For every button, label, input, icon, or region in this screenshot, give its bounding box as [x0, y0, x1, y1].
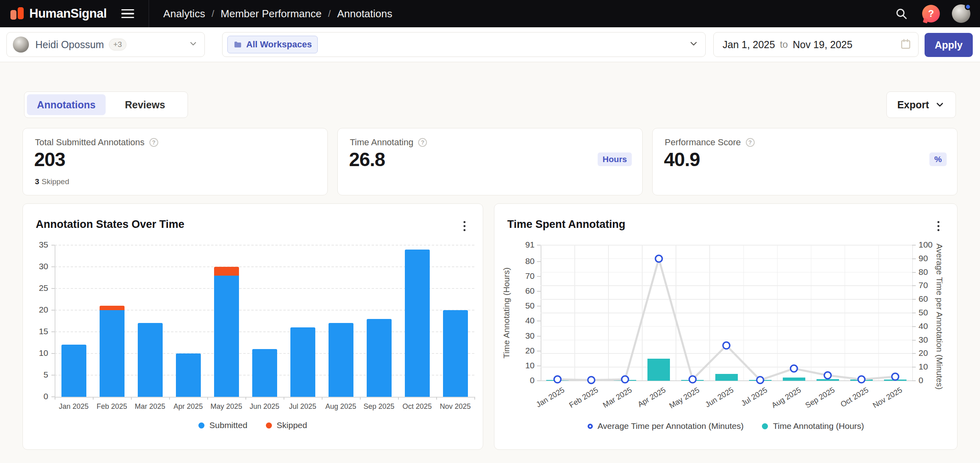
- help-button[interactable]: ?: [922, 5, 940, 22]
- x-axis-category-label: May 2025: [207, 402, 245, 411]
- x-axis-category-label: Apr 2025: [169, 402, 207, 411]
- workspace-chip[interactable]: All Workspaces: [227, 36, 318, 53]
- left-axis-tick: [537, 351, 541, 351]
- legend-dot-icon: [198, 422, 204, 428]
- metric-card-time-annotating: Time Annotating ? 26.8 Hours: [337, 128, 643, 195]
- left-axis-tick-label: 50: [510, 301, 535, 311]
- metric-label: Total Submitted Annotations: [35, 137, 145, 148]
- legend-label: Time Annotating (Hours): [773, 421, 864, 431]
- legend-item-skipped[interactable]: Skipped: [266, 420, 307, 430]
- line-marker: [757, 377, 764, 384]
- online-status-badge: [965, 4, 971, 10]
- breadcrumb-member-performance[interactable]: Member Performance: [220, 8, 321, 20]
- metric-value: 26.8: [349, 148, 385, 171]
- metric-footer: 3Skipped: [35, 177, 69, 186]
- left-axis-tick: [537, 336, 541, 337]
- y-axis-line: [55, 245, 55, 397]
- x-axis-category-label: Aug 2025: [322, 402, 360, 411]
- help-circle-icon[interactable]: ?: [149, 138, 158, 147]
- y-axis-tick: [51, 266, 55, 267]
- export-button[interactable]: Export: [886, 91, 956, 118]
- y-axis-tick-label: 25: [28, 283, 48, 293]
- chart-menu-button[interactable]: [457, 219, 471, 233]
- left-axis-tick-label: 60: [510, 286, 535, 296]
- line-marker: [689, 376, 696, 383]
- right-axis-tick: [912, 299, 916, 300]
- help-circle-icon[interactable]: ?: [418, 138, 427, 147]
- chart-title: Annotation States Over Time: [36, 218, 184, 231]
- bar-submitted: [252, 349, 277, 397]
- skipped-label: Skipped: [42, 177, 69, 186]
- date-separator: to: [780, 39, 788, 50]
- metric-value: 203: [34, 148, 65, 171]
- x-axis-category-label: Mar 2025: [131, 402, 169, 411]
- bar-submitted: [61, 345, 86, 397]
- brand-home-link[interactable]: HumanSignal: [10, 6, 107, 21]
- bar-skipped: [100, 306, 125, 310]
- tab-reviews[interactable]: Reviews: [106, 94, 184, 115]
- line-marker: [622, 376, 629, 383]
- bar-submitted: [290, 327, 315, 397]
- search-button[interactable]: [895, 7, 908, 20]
- x-axis-tick: [131, 397, 132, 400]
- user-menu-button[interactable]: [952, 4, 970, 23]
- y-axis-tick-label: 10: [28, 348, 48, 358]
- chart-legend: SubmittedSkipped: [23, 420, 483, 430]
- legend-item-submitted[interactable]: Submitted: [198, 420, 247, 430]
- metric-value: 40.9: [664, 148, 700, 171]
- x-axis-category-label: Sep 2025: [360, 402, 398, 411]
- y-axis-tick-label: 0: [28, 392, 48, 401]
- line-marker: [892, 373, 898, 380]
- question-mark-icon: ?: [928, 8, 934, 19]
- breadcrumb-analytics[interactable]: Analytics: [163, 8, 205, 20]
- left-axis-tick-label: 0: [510, 376, 535, 385]
- breadcrumb-annotations[interactable]: Annotations: [337, 8, 392, 20]
- bar-submitted: [329, 323, 353, 397]
- extra-members-badge: +3: [109, 39, 127, 51]
- date-range-input[interactable]: Jan 1, 2025 to Nov 19, 2025: [713, 32, 919, 57]
- help-circle-icon[interactable]: ?: [746, 138, 755, 147]
- right-axis-tick: [912, 245, 916, 246]
- line-marker: [588, 377, 595, 384]
- y-axis-tick: [51, 396, 55, 397]
- skipped-count: 3: [35, 177, 39, 186]
- left-axis-tick: [537, 276, 541, 277]
- y-axis-tick: [51, 353, 55, 354]
- left-axis-tick-label: 20: [510, 346, 535, 355]
- left-axis-tick: [537, 245, 541, 246]
- tab-annotations[interactable]: Annotations: [27, 94, 106, 115]
- x-axis-tick: [322, 397, 323, 400]
- left-axis-tick: [537, 321, 541, 321]
- workspace-selector[interactable]: All Workspaces: [222, 32, 706, 57]
- right-axis-tick: [912, 340, 916, 341]
- line-marker: [655, 255, 662, 262]
- legend-label: Average Time per Annotation (Minutes): [598, 421, 744, 431]
- legend-label: Submitted: [209, 420, 247, 430]
- time-spent-body: 0102030405060708090100010203040506070809…: [494, 204, 957, 449]
- left-axis-tick-label: 70: [510, 271, 535, 281]
- chart-menu-button[interactable]: [931, 219, 945, 233]
- time-spent-card: 0102030405060708090100010203040506070809…: [494, 203, 958, 450]
- workspace-chip-label: All Workspaces: [246, 39, 312, 50]
- x-axis-tick: [360, 397, 361, 400]
- member-selector[interactable]: Heidi Opossum +3: [6, 32, 205, 57]
- x-axis-line: [55, 397, 474, 398]
- humansignal-logo-icon: [10, 6, 24, 21]
- y-axis-tick-label: 15: [28, 327, 48, 336]
- top-navbar: HumanSignal Analytics / Member Performan…: [0, 0, 980, 27]
- left-axis-tick-label: 80: [510, 256, 535, 266]
- gridline: [55, 245, 474, 246]
- legend-item-time-annotating-hours-[interactable]: Time Annotating (Hours): [762, 421, 864, 431]
- legend-item-average-time-per-annotation-minutes-[interactable]: Average Time per Annotation (Minutes): [588, 421, 744, 431]
- breadcrumb: Analytics / Member Performance / Annotat…: [163, 8, 392, 20]
- apply-button[interactable]: Apply: [925, 33, 973, 57]
- left-axis-tick: [537, 366, 541, 366]
- x-axis-tick: [245, 397, 246, 400]
- right-axis-tick: [912, 285, 916, 286]
- metric-card-performance-score: Performance Score ? 40.9 %: [652, 128, 958, 195]
- menu-toggle-button[interactable]: [121, 7, 137, 20]
- annotation-states-card: 05101520253035Jan 2025Feb 2025Mar 2025Ap…: [22, 203, 483, 450]
- calendar-icon: [900, 38, 912, 51]
- right-axis-tick: [912, 353, 916, 354]
- x-axis-category-label: Jun 2025: [245, 402, 284, 411]
